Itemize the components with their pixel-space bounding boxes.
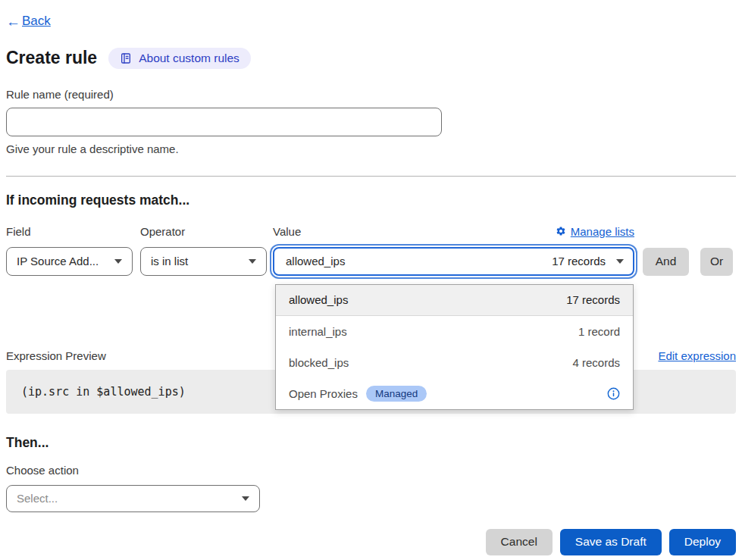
list-option-records: 1 record bbox=[578, 325, 620, 338]
list-option-name: internal_ips bbox=[289, 325, 347, 338]
deploy-button[interactable]: Deploy bbox=[669, 529, 736, 555]
expression-preview-label: Expression Preview bbox=[6, 349, 106, 362]
match-section-heading: If incoming requests match... bbox=[6, 192, 736, 208]
list-option-records: 17 records bbox=[566, 293, 620, 306]
rule-name-group: Rule name (required) Give your rule a de… bbox=[6, 88, 736, 155]
edit-expression-link[interactable]: Edit expression bbox=[658, 349, 736, 362]
list-option-records: 4 records bbox=[572, 356, 620, 369]
list-option-name: Open Proxies bbox=[289, 387, 358, 400]
manage-lists-label: Manage lists bbox=[571, 225, 634, 238]
manage-lists-link[interactable]: Manage lists bbox=[556, 225, 634, 238]
value-label-row: Value Manage lists bbox=[273, 225, 634, 238]
lists-dropdown: allowed_ips 17 records internal_ips 1 re… bbox=[275, 284, 634, 410]
operator-label: Operator bbox=[140, 225, 267, 238]
chevron-down-icon bbox=[114, 259, 122, 264]
rule-name-label: Rule name (required) bbox=[6, 88, 736, 101]
back-arrow-icon: ← bbox=[6, 14, 20, 29]
gear-icon bbox=[556, 226, 566, 236]
create-rule-page: ←Back Create rule About custom rules Rul… bbox=[0, 0, 742, 560]
cancel-button[interactable]: Cancel bbox=[486, 529, 553, 555]
list-option-left: Open Proxies Managed bbox=[289, 386, 427, 402]
back-link-label: Back bbox=[22, 14, 51, 29]
back-link[interactable]: ←Back bbox=[6, 14, 51, 29]
field-label: Field bbox=[6, 225, 133, 238]
about-custom-rules-link[interactable]: About custom rules bbox=[108, 48, 251, 69]
operator-column: Operator is in list bbox=[140, 225, 267, 276]
list-option-name: blocked_ips bbox=[289, 356, 349, 369]
expression-code: (ip.src in $allowed_ips) bbox=[21, 385, 186, 399]
about-link-label: About custom rules bbox=[139, 52, 240, 65]
value-column: Value Manage lists allowed_ips 17 record… bbox=[273, 225, 634, 276]
field-column: Field IP Source Add... bbox=[6, 225, 133, 276]
list-option-blocked-ips[interactable]: blocked_ips 4 records bbox=[276, 347, 633, 378]
chevron-down-icon bbox=[616, 259, 624, 264]
operator-select[interactable]: is in list bbox=[140, 247, 267, 276]
save-as-draft-button[interactable]: Save as Draft bbox=[560, 529, 662, 555]
action-select-placeholder: Select... bbox=[17, 492, 58, 505]
rule-name-input[interactable] bbox=[6, 108, 442, 136]
and-button[interactable]: And bbox=[643, 248, 689, 276]
value-select-right: 17 records bbox=[552, 255, 624, 267]
book-icon bbox=[120, 52, 132, 64]
list-option-name: allowed_ips bbox=[289, 293, 348, 306]
page-title: Create rule bbox=[6, 48, 97, 68]
or-button[interactable]: Or bbox=[700, 248, 733, 276]
operator-select-value: is in list bbox=[151, 255, 188, 267]
value-select[interactable]: allowed_ips 17 records bbox=[273, 247, 634, 276]
choose-action-label: Choose action bbox=[6, 464, 736, 477]
field-select-value: IP Source Add... bbox=[17, 255, 99, 267]
list-option-internal-ips[interactable]: internal_ips 1 record bbox=[276, 316, 633, 347]
action-select[interactable]: Select... bbox=[6, 485, 260, 512]
title-row: Create rule About custom rules bbox=[6, 48, 736, 69]
info-icon[interactable] bbox=[607, 387, 620, 400]
list-option-open-proxies[interactable]: Open Proxies Managed bbox=[276, 378, 633, 409]
chevron-down-icon bbox=[249, 259, 256, 264]
match-controls-row: Field IP Source Add... Operator is in li… bbox=[6, 225, 736, 276]
section-divider bbox=[6, 176, 736, 177]
chevron-down-icon bbox=[242, 496, 249, 501]
field-select[interactable]: IP Source Add... bbox=[6, 247, 133, 276]
managed-badge: Managed bbox=[366, 386, 427, 402]
value-label: Value bbox=[273, 225, 301, 238]
list-option-allowed-ips[interactable]: allowed_ips 17 records bbox=[276, 285, 633, 316]
value-records-count: 17 records bbox=[552, 255, 606, 267]
footer-actions: Cancel Save as Draft Deploy bbox=[6, 529, 736, 555]
rule-name-helper: Give your rule a descriptive name. bbox=[6, 142, 736, 155]
then-section-heading: Then... bbox=[6, 435, 736, 451]
value-select-value: allowed_ips bbox=[286, 255, 345, 267]
